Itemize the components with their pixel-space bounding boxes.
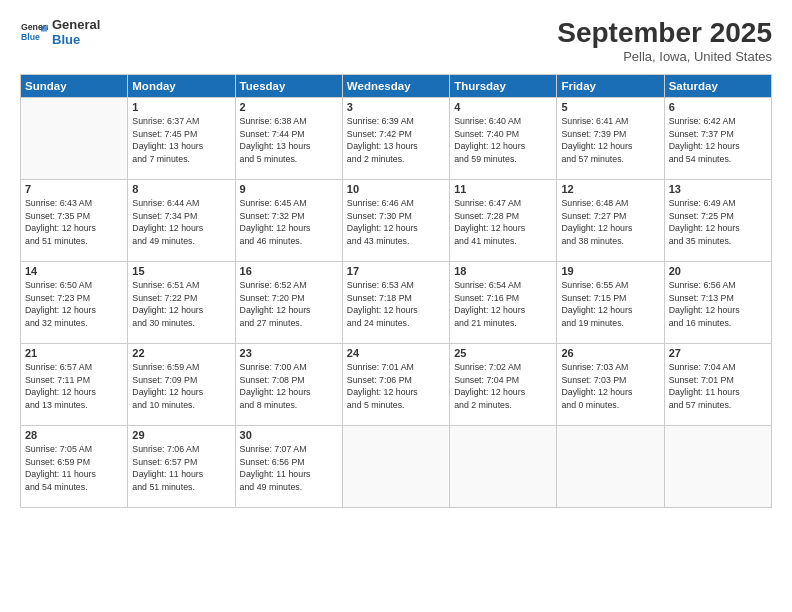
day-info: Sunrise: 6:51 AMSunset: 7:22 PMDaylight:…: [132, 279, 230, 330]
day-number: 18: [454, 265, 552, 277]
calendar-cell: 4Sunrise: 6:40 AMSunset: 7:40 PMDaylight…: [450, 97, 557, 179]
day-number: 25: [454, 347, 552, 359]
day-number: 23: [240, 347, 338, 359]
weekday-header-thursday: Thursday: [450, 74, 557, 97]
day-info: Sunrise: 6:47 AMSunset: 7:28 PMDaylight:…: [454, 197, 552, 248]
calendar-cell: 30Sunrise: 7:07 AMSunset: 6:56 PMDayligh…: [235, 425, 342, 507]
day-info: Sunrise: 6:46 AMSunset: 7:30 PMDaylight:…: [347, 197, 445, 248]
day-info: Sunrise: 6:59 AMSunset: 7:09 PMDaylight:…: [132, 361, 230, 412]
calendar-cell: [21, 97, 128, 179]
day-info: Sunrise: 6:43 AMSunset: 7:35 PMDaylight:…: [25, 197, 123, 248]
day-number: 19: [561, 265, 659, 277]
day-info: Sunrise: 6:42 AMSunset: 7:37 PMDaylight:…: [669, 115, 767, 166]
day-number: 12: [561, 183, 659, 195]
calendar-table: SundayMondayTuesdayWednesdayThursdayFrid…: [20, 74, 772, 508]
day-info: Sunrise: 6:39 AMSunset: 7:42 PMDaylight:…: [347, 115, 445, 166]
day-number: 8: [132, 183, 230, 195]
calendar-cell: 7Sunrise: 6:43 AMSunset: 7:35 PMDaylight…: [21, 179, 128, 261]
day-number: 17: [347, 265, 445, 277]
logo-blue: Blue: [52, 33, 100, 48]
weekday-header-monday: Monday: [128, 74, 235, 97]
calendar-cell: 10Sunrise: 6:46 AMSunset: 7:30 PMDayligh…: [342, 179, 449, 261]
weekday-header-wednesday: Wednesday: [342, 74, 449, 97]
logo-general: General: [52, 18, 100, 33]
calendar-cell: 21Sunrise: 6:57 AMSunset: 7:11 PMDayligh…: [21, 343, 128, 425]
day-info: Sunrise: 6:55 AMSunset: 7:15 PMDaylight:…: [561, 279, 659, 330]
day-info: Sunrise: 6:40 AMSunset: 7:40 PMDaylight:…: [454, 115, 552, 166]
day-info: Sunrise: 6:41 AMSunset: 7:39 PMDaylight:…: [561, 115, 659, 166]
calendar-cell: 20Sunrise: 6:56 AMSunset: 7:13 PMDayligh…: [664, 261, 771, 343]
day-number: 10: [347, 183, 445, 195]
day-number: 15: [132, 265, 230, 277]
day-info: Sunrise: 6:44 AMSunset: 7:34 PMDaylight:…: [132, 197, 230, 248]
calendar-cell: 6Sunrise: 6:42 AMSunset: 7:37 PMDaylight…: [664, 97, 771, 179]
day-number: 16: [240, 265, 338, 277]
weekday-header-sunday: Sunday: [21, 74, 128, 97]
day-number: 28: [25, 429, 123, 441]
weekday-header-friday: Friday: [557, 74, 664, 97]
day-number: 20: [669, 265, 767, 277]
day-info: Sunrise: 7:03 AMSunset: 7:03 PMDaylight:…: [561, 361, 659, 412]
day-number: 1: [132, 101, 230, 113]
calendar-cell: 17Sunrise: 6:53 AMSunset: 7:18 PMDayligh…: [342, 261, 449, 343]
day-number: 2: [240, 101, 338, 113]
calendar-cell: 15Sunrise: 6:51 AMSunset: 7:22 PMDayligh…: [128, 261, 235, 343]
day-number: 13: [669, 183, 767, 195]
calendar-cell: 19Sunrise: 6:55 AMSunset: 7:15 PMDayligh…: [557, 261, 664, 343]
calendar-cell: 28Sunrise: 7:05 AMSunset: 6:59 PMDayligh…: [21, 425, 128, 507]
day-number: 4: [454, 101, 552, 113]
calendar-cell: 18Sunrise: 6:54 AMSunset: 7:16 PMDayligh…: [450, 261, 557, 343]
day-info: Sunrise: 7:05 AMSunset: 6:59 PMDaylight:…: [25, 443, 123, 494]
day-number: 14: [25, 265, 123, 277]
day-number: 26: [561, 347, 659, 359]
day-number: 7: [25, 183, 123, 195]
calendar-cell: 2Sunrise: 6:38 AMSunset: 7:44 PMDaylight…: [235, 97, 342, 179]
calendar-cell: 26Sunrise: 7:03 AMSunset: 7:03 PMDayligh…: [557, 343, 664, 425]
day-info: Sunrise: 6:38 AMSunset: 7:44 PMDaylight:…: [240, 115, 338, 166]
day-number: 29: [132, 429, 230, 441]
location-subtitle: Pella, Iowa, United States: [557, 49, 772, 64]
calendar-cell: 11Sunrise: 6:47 AMSunset: 7:28 PMDayligh…: [450, 179, 557, 261]
day-number: 24: [347, 347, 445, 359]
calendar-cell: 24Sunrise: 7:01 AMSunset: 7:06 PMDayligh…: [342, 343, 449, 425]
calendar-cell: 1Sunrise: 6:37 AMSunset: 7:45 PMDaylight…: [128, 97, 235, 179]
logo: General Blue General Blue: [20, 18, 100, 48]
day-number: 5: [561, 101, 659, 113]
calendar-cell: 22Sunrise: 6:59 AMSunset: 7:09 PMDayligh…: [128, 343, 235, 425]
day-number: 6: [669, 101, 767, 113]
calendar-cell: [342, 425, 449, 507]
day-number: 27: [669, 347, 767, 359]
logo-icon: General Blue: [20, 19, 48, 47]
calendar-cell: 9Sunrise: 6:45 AMSunset: 7:32 PMDaylight…: [235, 179, 342, 261]
calendar-cell: 16Sunrise: 6:52 AMSunset: 7:20 PMDayligh…: [235, 261, 342, 343]
day-info: Sunrise: 6:50 AMSunset: 7:23 PMDaylight:…: [25, 279, 123, 330]
weekday-header-saturday: Saturday: [664, 74, 771, 97]
calendar-cell: 23Sunrise: 7:00 AMSunset: 7:08 PMDayligh…: [235, 343, 342, 425]
day-info: Sunrise: 6:48 AMSunset: 7:27 PMDaylight:…: [561, 197, 659, 248]
calendar-cell: 29Sunrise: 7:06 AMSunset: 6:57 PMDayligh…: [128, 425, 235, 507]
day-number: 30: [240, 429, 338, 441]
day-info: Sunrise: 6:57 AMSunset: 7:11 PMDaylight:…: [25, 361, 123, 412]
day-info: Sunrise: 7:02 AMSunset: 7:04 PMDaylight:…: [454, 361, 552, 412]
day-info: Sunrise: 7:04 AMSunset: 7:01 PMDaylight:…: [669, 361, 767, 412]
calendar-cell: 5Sunrise: 6:41 AMSunset: 7:39 PMDaylight…: [557, 97, 664, 179]
calendar-cell: [450, 425, 557, 507]
day-info: Sunrise: 6:49 AMSunset: 7:25 PMDaylight:…: [669, 197, 767, 248]
day-info: Sunrise: 6:54 AMSunset: 7:16 PMDaylight:…: [454, 279, 552, 330]
day-number: 22: [132, 347, 230, 359]
day-number: 11: [454, 183, 552, 195]
day-info: Sunrise: 6:45 AMSunset: 7:32 PMDaylight:…: [240, 197, 338, 248]
day-info: Sunrise: 7:00 AMSunset: 7:08 PMDaylight:…: [240, 361, 338, 412]
calendar-cell: 27Sunrise: 7:04 AMSunset: 7:01 PMDayligh…: [664, 343, 771, 425]
svg-text:Blue: Blue: [21, 32, 40, 42]
calendar-cell: 12Sunrise: 6:48 AMSunset: 7:27 PMDayligh…: [557, 179, 664, 261]
weekday-header-tuesday: Tuesday: [235, 74, 342, 97]
calendar-cell: 8Sunrise: 6:44 AMSunset: 7:34 PMDaylight…: [128, 179, 235, 261]
day-number: 21: [25, 347, 123, 359]
day-info: Sunrise: 7:06 AMSunset: 6:57 PMDaylight:…: [132, 443, 230, 494]
calendar-cell: 25Sunrise: 7:02 AMSunset: 7:04 PMDayligh…: [450, 343, 557, 425]
day-info: Sunrise: 7:01 AMSunset: 7:06 PMDaylight:…: [347, 361, 445, 412]
day-info: Sunrise: 6:56 AMSunset: 7:13 PMDaylight:…: [669, 279, 767, 330]
title-block: September 2025 Pella, Iowa, United State…: [557, 18, 772, 64]
day-number: 9: [240, 183, 338, 195]
